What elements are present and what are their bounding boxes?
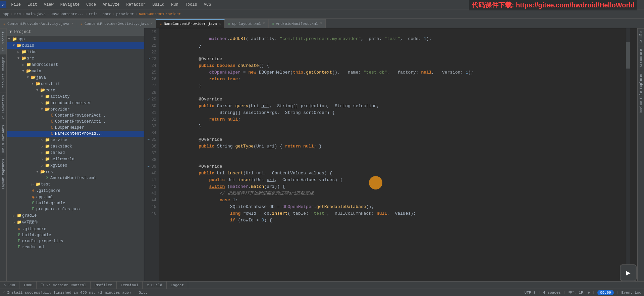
tree-item-buildgradle1[interactable]: G build.gradle [7,200,144,206]
status-encoding[interactable]: UTF-8 [524,291,535,295]
folder-icon: 📁 [44,137,50,142]
menu-refactor[interactable]: Refactor [123,0,149,9]
bottom-tab-vcs[interactable]: ⎔ 2: Version Control [37,282,90,289]
tree-item-dbopenhelper[interactable]: C DBOpenHelper [7,125,144,131]
bc-item-3[interactable]: JavaContentP... [51,12,84,16]
tree-item-cp2act[interactable]: C ContentProvider2Act... [7,113,144,119]
status-spaces[interactable]: 4 spaces [543,291,561,295]
tree-item-proguard[interactable]: P proguard-rules.pro [7,206,144,212]
tree-item-app[interactable]: ▼ 📁 app [7,36,144,42]
tree-item-build[interactable]: ▼ 📂 build [7,42,144,49]
vtab-device-file-explorer[interactable]: Device File Explorer [638,70,644,116]
menu-view[interactable]: View [41,0,57,9]
bc-item-5[interactable]: core [103,12,111,16]
bc-item-2[interactable]: main.java [26,12,46,16]
vtab-build-variants[interactable]: Build Variants [0,122,6,156]
code-editor[interactable]: 19 20 21 22 ↩23 24 25 26 27 28 ↩29 30 31… [144,28,637,281]
tree-item-res[interactable]: ▼ 📂 res [7,169,144,175]
code-line-25: return true; [162,69,637,76]
tab-close-2[interactable]: × [219,22,221,26]
code-lines[interactable]: matcher.addURI( authority: "com.ttit.pro… [159,28,637,281]
tree-item-androidmanifest[interactable]: X AndroidManifest.xml [7,175,144,181]
tree-item-src[interactable]: ▼ 📂 src [7,55,144,61]
tree-item-java[interactable]: ▼ 📂 java [7,74,144,81]
xml-icon: X [44,176,50,180]
tree-item-comttit[interactable]: ▼ 📂 com.ttit [7,81,144,87]
tree-item-taskstack[interactable]: ▷ 📁 taskstack [7,143,144,150]
bc-item-4[interactable]: ttit [89,12,98,16]
menu-code[interactable]: Code [83,0,99,9]
menu-vcs[interactable]: VCS [201,0,215,9]
tab-androidmanifest[interactable]: ⊞ AndroidManifest.xml × [269,19,326,28]
tree-item-gradle[interactable]: ▷ 📁 gradle [7,212,144,219]
code-line-37 [162,150,637,157]
menu-build[interactable]: Build [149,0,168,9]
tree-item-helloworld[interactable]: ▷ 📁 helloworld [7,156,144,162]
tree-item-activity[interactable]: ▼ 📁 activity [7,93,144,100]
tab-close-1[interactable]: × [151,22,153,26]
menu-edit[interactable]: Edit [24,0,41,9]
tree-item-xgvideo[interactable]: ▷ 📁 xgvideo [7,162,144,169]
folder-icon: 📂 [40,88,46,93]
vtab-structure[interactable]: Structure [638,46,644,70]
tab-contentprovideractivity[interactable]: ☕ ContentProviderActivity.java × [0,19,77,28]
bottom-tab-todo[interactable]: TODO [19,282,37,289]
status-install-message: ✓ Install successfully finished in 456 m… [3,290,131,295]
tab-cp-layout[interactable]: ⊞ cp_layout.xml × [225,19,269,28]
tab-namecontentprovider[interactable]: ☕ NameContentProvider.java × [156,19,224,28]
tree-item-gradleprops[interactable]: P gradle.properties [7,238,144,244]
tree-item-cpact[interactable]: C ContentProviderActi... [7,119,144,125]
menu-navigate[interactable]: Navigate [57,0,83,9]
bottom-tab-run[interactable]: ▷ Run [0,282,19,289]
vtab-project[interactable]: 1: Project [0,28,6,54]
tree-item-test[interactable]: ▷ 📁 test [7,181,144,187]
top-menu-bar: ▷ File Edit View Navigate Code Analyze R… [0,0,644,9]
tab-close-0[interactable]: × [71,22,73,26]
bottom-tab-profiler[interactable]: Profiler [91,282,117,289]
app-logo: ▷ [0,1,6,8]
menu-tools[interactable]: Tools [182,0,201,9]
vtab-gradle[interactable]: Gradle [638,28,644,46]
bottom-tab-logcat[interactable]: Logcat [167,282,189,289]
bc-item-7[interactable]: NameContentProvider [139,12,181,16]
bc-item-0[interactable]: app [3,12,9,16]
tree-item-gitignore1[interactable]: ⊗ .gitignore [7,187,144,194]
bottom-tab-build[interactable]: ⚒ Build [143,282,166,289]
tab-contentprovider2activity[interactable]: ☕ ContentProvider2Activity.java × [77,19,156,28]
arrow-thread: ▷ [40,151,44,155]
menu-file[interactable]: File [8,0,24,9]
tab-close-3[interactable]: × [263,22,265,26]
code-line-44: SQLiteDatabase db = dbOpenHelper.getRead… [162,197,637,204]
line-numbers: 19 20 21 22 ↩23 24 25 26 27 28 ↩29 30 31… [144,28,159,281]
tree-item-appiml[interactable]: ◉ app.iml [7,194,144,200]
tree-item-buildgradle2[interactable]: G build.gradle [7,232,144,238]
bc-item-1[interactable]: src [14,12,21,16]
tree-item-service[interactable]: ▷ 📁 service [7,137,144,143]
tree-item-libs[interactable]: ▷ 📁 libs [7,49,144,55]
bottom-tab-terminal[interactable]: Terminal [117,282,143,289]
tab-close-4[interactable]: × [320,22,322,26]
vtab-layout-captures[interactable]: Layout Captures [0,156,6,192]
right-side-tabs: Gradle Structure Device File Explorer [637,28,644,281]
tree-item-core[interactable]: ▼ 📂 core [7,87,144,93]
arrow-xgvideo: ▷ [40,164,44,168]
code-line-23: public boolean onCreate() { [162,56,637,62]
menu-run[interactable]: Run [168,0,182,9]
tree-item-study[interactable]: ▷ 📁 学习课件 [7,219,144,226]
tree-item-androidtest[interactable]: ▷ 📁 androidTest [7,61,144,68]
tree-item-namecontentprovider[interactable]: C NameContentProvid... [7,131,144,137]
tree-item-main[interactable]: ▼ 📂 main [7,68,144,74]
tree-item-broadcastreceiver[interactable]: ▷ 📁 broadcastreceiver [7,100,144,106]
tree-item-gitignore2[interactable]: ⊗ .gitignore [7,226,144,232]
menu-analyze[interactable]: Analyze [99,0,123,9]
tree-item-provider[interactable]: ▼ 📂 provider [7,106,144,113]
tree-item-readme[interactable]: P readme.md [7,244,144,250]
vtab-favorites[interactable]: 2: Favorites [0,92,6,122]
bc-item-6[interactable]: provider [116,12,134,16]
vtab-resource-manager[interactable]: Resource Manager [0,54,6,92]
scrollbar-thumb[interactable] [626,42,630,69]
status-event-log[interactable]: Event Log [622,291,641,295]
editor-scrollbar[interactable] [626,28,630,281]
tree-item-thread[interactable]: ▷ 📁 thread [7,150,144,156]
play-button[interactable]: ▶ [620,264,637,281]
